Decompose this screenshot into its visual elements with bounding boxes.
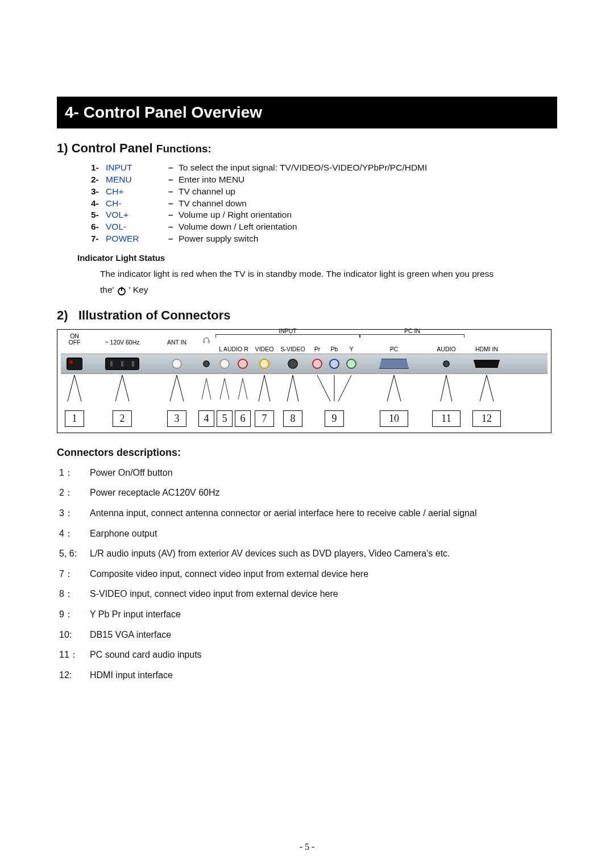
function-row: 7- POWER – Power supply switch bbox=[91, 233, 557, 245]
callout-num-12: 12 bbox=[472, 410, 501, 427]
label-headphone-icon bbox=[197, 337, 215, 346]
port-y bbox=[343, 354, 360, 373]
subsection-2-num: 2) bbox=[57, 308, 68, 322]
desc-text: Earphone output bbox=[90, 528, 557, 540]
function-name: INPUT bbox=[106, 162, 168, 174]
connectors-desc-heading: Connectors descriptions: bbox=[57, 447, 557, 459]
subsection-1-heading: 1) Control Panel Functions: bbox=[57, 141, 557, 156]
function-name: CH- bbox=[106, 198, 168, 210]
label-y: Y bbox=[343, 346, 360, 352]
desc-text: HDMI input interface bbox=[90, 669, 557, 682]
subsection-2-title: Illustration of Connectors bbox=[78, 308, 231, 322]
function-name: VOL- bbox=[106, 221, 168, 233]
function-desc: Volume up / Right orientation bbox=[179, 209, 557, 221]
desc-row: 9：Y Pb Pr input interface bbox=[59, 608, 557, 621]
function-name: MENU bbox=[106, 174, 168, 186]
desc-num: 8： bbox=[59, 588, 90, 600]
function-desc: To select the input signal: TV/VIDEO/S-V… bbox=[179, 162, 557, 174]
indicator-text-post: ' Key bbox=[129, 281, 148, 298]
desc-num: 5, 6: bbox=[59, 547, 90, 560]
function-row: 4- CH- – TV channel down bbox=[91, 198, 557, 210]
callout-num-4: 4 bbox=[198, 410, 214, 427]
dash: – bbox=[168, 198, 179, 210]
desc-num: 12: bbox=[59, 669, 90, 682]
label-ac: ~ 120V 60Hz bbox=[88, 339, 156, 346]
connector-illustration: ON OFF ~ 120V 60Hz ANT IN INPUT PC IN L … bbox=[57, 329, 551, 433]
dash: – bbox=[168, 186, 179, 198]
desc-text: Power On/Off button bbox=[90, 467, 557, 479]
callout-num-2: 2 bbox=[113, 410, 132, 427]
label-ant-in: ANT IN bbox=[156, 339, 197, 346]
desc-row: 10:DB15 VGA interface bbox=[59, 629, 557, 641]
desc-text: DB15 VGA interface bbox=[90, 629, 557, 641]
desc-num: 7： bbox=[59, 568, 90, 580]
desc-num: 10: bbox=[59, 629, 90, 641]
desc-text: Y Pb Pr input interface bbox=[90, 608, 557, 621]
indicator-text-line1: The indicator light is red when the TV i… bbox=[100, 267, 557, 281]
desc-text: Power receptacle AC120V 60Hz bbox=[90, 487, 557, 499]
function-num: 4- bbox=[91, 198, 106, 210]
function-desc: TV channel down bbox=[179, 198, 557, 210]
function-desc: Volume down / Left orientation bbox=[179, 221, 557, 233]
desc-text: Composite video input, connect video inp… bbox=[90, 568, 557, 580]
subsection-1-suffix: Functions: bbox=[156, 143, 211, 155]
label-pb: Pb bbox=[326, 346, 343, 352]
function-num: 6- bbox=[91, 221, 106, 233]
power-icon bbox=[117, 285, 127, 295]
label-svideo: S-VIDEO bbox=[277, 346, 309, 352]
callout-num-6: 6 bbox=[235, 410, 251, 427]
function-num: 5- bbox=[91, 209, 106, 221]
desc-num: 3： bbox=[59, 507, 90, 520]
dash: – bbox=[168, 162, 179, 174]
callout-num-11: 11 bbox=[432, 410, 460, 427]
port-vga bbox=[360, 354, 428, 373]
function-desc: Enter into MENU bbox=[179, 174, 557, 186]
dash: – bbox=[168, 209, 179, 221]
desc-num: 1： bbox=[59, 467, 90, 479]
indicator-text-pre: the' bbox=[100, 281, 114, 298]
label-pc: PC bbox=[360, 346, 428, 352]
desc-num: 4： bbox=[59, 528, 90, 540]
function-name: POWER bbox=[106, 233, 168, 245]
function-num: 7- bbox=[91, 233, 106, 245]
page-number: - 5 - bbox=[300, 842, 315, 852]
section-heading: 4- Control Panel Overview bbox=[57, 97, 557, 128]
callout-num-1: 1 bbox=[65, 410, 84, 427]
label-laudio-r: L AUDIO R bbox=[215, 346, 252, 352]
svg-rect-3 bbox=[208, 340, 209, 343]
desc-row: 5, 6:L/R audio inputs (AV) from exterior… bbox=[59, 547, 557, 560]
indicator-text-line2: the' ' Key bbox=[100, 281, 557, 298]
input-group-label: INPUT bbox=[215, 334, 360, 346]
label-input: INPUT bbox=[215, 327, 360, 334]
control-functions-list: 1- INPUT – To select the input signal: T… bbox=[91, 162, 557, 245]
port-audio-r bbox=[234, 354, 252, 373]
desc-num: 11： bbox=[59, 649, 90, 661]
function-name: CH+ bbox=[106, 186, 168, 198]
label-pcin: PC IN bbox=[360, 327, 464, 334]
desc-row: 7：Composite video input, connect video i… bbox=[59, 568, 557, 580]
function-row: 6- VOL- – Volume down / Left orientation bbox=[91, 221, 557, 233]
document-page: 4- Control Panel Overview 1) Control Pan… bbox=[0, 0, 614, 868]
function-row: 2- MENU – Enter into MENU bbox=[91, 174, 557, 186]
callout-num-8: 8 bbox=[283, 410, 302, 427]
callout-num-3: 3 bbox=[167, 410, 186, 427]
indicator-heading: Indicator Light Status bbox=[77, 253, 557, 263]
subsection-1-num: 1) bbox=[57, 141, 68, 155]
label-video: VIDEO bbox=[252, 346, 277, 352]
desc-row: 11：PC sound card audio inputs bbox=[59, 649, 557, 661]
connectors-desc-list: 1：Power On/Off button 2：Power receptacle… bbox=[59, 467, 557, 682]
port-label-row: ON OFF ~ 120V 60Hz ANT IN INPUT PC IN bbox=[61, 333, 547, 346]
port-video bbox=[252, 354, 277, 373]
pcin-group-label: PC IN bbox=[360, 334, 464, 346]
function-row: 1- INPUT – To select the input signal: T… bbox=[91, 162, 557, 174]
label-onoff: ON OFF bbox=[61, 333, 88, 346]
callout-lines bbox=[61, 375, 547, 409]
dash: – bbox=[168, 233, 179, 245]
function-desc: TV channel up bbox=[179, 186, 557, 198]
label-off: OFF bbox=[61, 339, 88, 346]
function-name: VOL+ bbox=[106, 209, 168, 221]
callout-number-row: 1 2 3 4 5 6 7 8 9 10 11 12 bbox=[61, 410, 547, 427]
callout-num-9: 9 bbox=[325, 410, 344, 427]
port-power-switch bbox=[61, 354, 88, 373]
dash: – bbox=[168, 221, 179, 233]
